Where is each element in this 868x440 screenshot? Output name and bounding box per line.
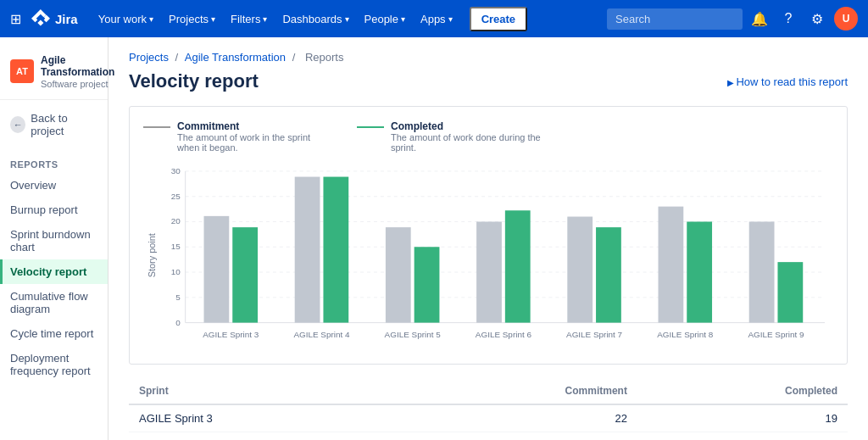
svg-text:AGILE Sprint 7: AGILE Sprint 7 xyxy=(566,330,623,339)
reports-section-title: Reports xyxy=(0,153,108,173)
avatar[interactable]: U xyxy=(834,7,858,31)
svg-text:Story point: Story point xyxy=(147,233,157,277)
breadcrumb-projects[interactable]: Projects xyxy=(129,51,169,64)
back-icon: ← xyxy=(10,116,25,133)
chart-svg: Story point 30 25 20 xyxy=(143,163,833,348)
topnav-right: 🔔 ? ⚙ U xyxy=(607,7,858,31)
legend-completed: Completed The amount of work done during… xyxy=(357,120,543,153)
main-content: Projects / Agile Transformation / Report… xyxy=(108,37,868,440)
cell-commitment: 22 xyxy=(399,404,637,432)
completed-line xyxy=(357,126,384,128)
filters-link[interactable]: Filters ▾ xyxy=(224,9,274,29)
grid-icon[interactable]: ⊞ xyxy=(10,11,21,27)
svg-text:15: 15 xyxy=(171,242,181,251)
jira-icon xyxy=(31,9,50,28)
apps-link[interactable]: Apps ▾ xyxy=(414,9,459,29)
col-commitment: Commitment xyxy=(399,378,637,404)
help-button[interactable]: ? xyxy=(776,7,800,31)
svg-text:20: 20 xyxy=(171,216,181,226)
bar-sprint9-completed xyxy=(777,262,803,322)
svg-text:10: 10 xyxy=(171,267,181,276)
svg-text:30: 30 xyxy=(171,166,181,175)
bar-sprint3-commitment xyxy=(203,216,229,323)
bar-sprint4-completed xyxy=(323,177,348,323)
commitment-text: Commitment The amount of work in the spr… xyxy=(177,120,330,153)
search-input[interactable] xyxy=(607,8,743,30)
sidebar-item-sprint-burndown[interactable]: Sprint burndown chart xyxy=(0,222,108,259)
bar-sprint8-completed xyxy=(687,221,712,322)
commitment-title: Commitment xyxy=(177,120,330,132)
col-completed: Completed xyxy=(637,378,848,404)
bar-sprint7-commitment xyxy=(567,217,593,323)
svg-text:AGILE Sprint 5: AGILE Sprint 5 xyxy=(385,330,442,339)
your-work-link[interactable]: Your work ▾ xyxy=(92,9,160,29)
cell-completed: 29 xyxy=(637,432,848,440)
completed-text: Completed The amount of work done during… xyxy=(391,120,543,153)
svg-text:25: 25 xyxy=(171,192,181,201)
layout: AT Agile Transformation Software project… xyxy=(0,37,868,440)
project-icon: AT xyxy=(10,59,34,83)
bar-sprint4-commitment xyxy=(295,177,320,323)
table-body: AGILE Sprint 3 22 19 AGILE Sprint 4 29 2… xyxy=(129,404,848,440)
breadcrumb-sep1: / xyxy=(175,51,181,64)
svg-text:AGILE Sprint 6: AGILE Sprint 6 xyxy=(476,330,532,339)
sidebar-item-velocity[interactable]: Velocity report xyxy=(0,259,108,284)
bar-sprint5-commitment xyxy=(386,227,411,322)
sidebar: AT Agile Transformation Software project… xyxy=(0,37,108,440)
bar-sprint3-completed xyxy=(232,227,258,322)
sidebar-item-overview[interactable]: Overview xyxy=(0,173,108,198)
back-to-project[interactable]: ← Back to project xyxy=(0,107,108,142)
svg-text:AGILE Sprint 9: AGILE Sprint 9 xyxy=(748,330,804,339)
completed-title: Completed xyxy=(391,120,543,132)
sidebar-item-cycle-time[interactable]: Cycle time report xyxy=(0,321,108,346)
project-info: Agile Transformation Software project xyxy=(41,54,114,89)
settings-button[interactable]: ⚙ xyxy=(805,7,829,31)
bar-sprint6-completed xyxy=(505,210,531,322)
legend-commitment: Commitment The amount of work in the spr… xyxy=(143,120,330,153)
cell-commitment: 29 xyxy=(399,432,637,440)
velocity-chart: Story point 30 25 20 xyxy=(143,163,833,350)
sidebar-project: AT Agile Transformation Software project xyxy=(0,47,108,100)
commitment-line xyxy=(143,126,170,128)
sidebar-item-deployment-freq[interactable]: Deployment frequency report xyxy=(0,346,108,383)
project-name: Agile Transformation xyxy=(41,54,114,79)
jira-wordmark: Jira xyxy=(55,12,78,26)
back-label: Back to project xyxy=(31,112,97,137)
svg-text:5: 5 xyxy=(175,292,181,302)
dashboards-link[interactable]: Dashboards ▾ xyxy=(275,9,355,29)
page-header: Velocity report How to read this report xyxy=(129,70,848,92)
topnav-links: Your work ▾ Projects ▾ Filters ▾ Dashboa… xyxy=(92,9,459,29)
projects-link[interactable]: Projects ▾ xyxy=(162,9,222,29)
bar-sprint6-commitment xyxy=(476,221,502,322)
completed-desc: The amount of work done during the sprin… xyxy=(391,132,543,153)
svg-text:AGILE Sprint 4: AGILE Sprint 4 xyxy=(293,330,350,339)
bar-sprint8-commitment xyxy=(659,207,684,323)
sidebar-item-cumulative-flow[interactable]: Cumulative flow diagram xyxy=(0,284,108,321)
how-to-read-link[interactable]: How to read this report xyxy=(727,75,848,88)
bar-sprint5-completed xyxy=(415,247,440,322)
chart-container: Commitment The amount of work in the spr… xyxy=(129,106,848,365)
svg-text:AGILE Sprint 8: AGILE Sprint 8 xyxy=(657,330,714,339)
project-sub: Software project xyxy=(41,79,114,89)
create-button[interactable]: Create xyxy=(470,7,527,31)
breadcrumb-project[interactable]: Agile Transformation xyxy=(185,51,286,64)
velocity-table: Sprint Commitment Completed AGILE Sprint… xyxy=(129,378,848,440)
chart-legend: Commitment The amount of work in the spr… xyxy=(143,120,833,153)
commitment-desc: The amount of work in the sprint when it… xyxy=(177,132,330,153)
bar-sprint9-commitment xyxy=(749,221,775,322)
people-link[interactable]: People ▾ xyxy=(358,9,412,29)
page-title: Velocity report xyxy=(129,70,259,92)
sidebar-item-burnup[interactable]: Burnup report xyxy=(0,198,108,222)
table-row: AGILE Sprint 4 29 29 xyxy=(129,432,848,440)
cell-sprint: AGILE Sprint 4 xyxy=(129,432,399,440)
breadcrumb-reports: Reports xyxy=(305,51,344,64)
cell-completed: 19 xyxy=(637,404,848,432)
breadcrumb: Projects / Agile Transformation / Report… xyxy=(129,51,848,64)
table-header-row: Sprint Commitment Completed xyxy=(129,378,848,404)
svg-text:0: 0 xyxy=(175,318,181,327)
svg-text:AGILE Sprint 3: AGILE Sprint 3 xyxy=(203,330,259,339)
notifications-button[interactable]: 🔔 xyxy=(748,7,771,31)
table-row: AGILE Sprint 3 22 19 xyxy=(129,404,848,432)
topnav: ⊞ Jira Your work ▾ Projects ▾ Filters ▾ … xyxy=(0,0,868,37)
cell-sprint: AGILE Sprint 3 xyxy=(129,404,399,432)
